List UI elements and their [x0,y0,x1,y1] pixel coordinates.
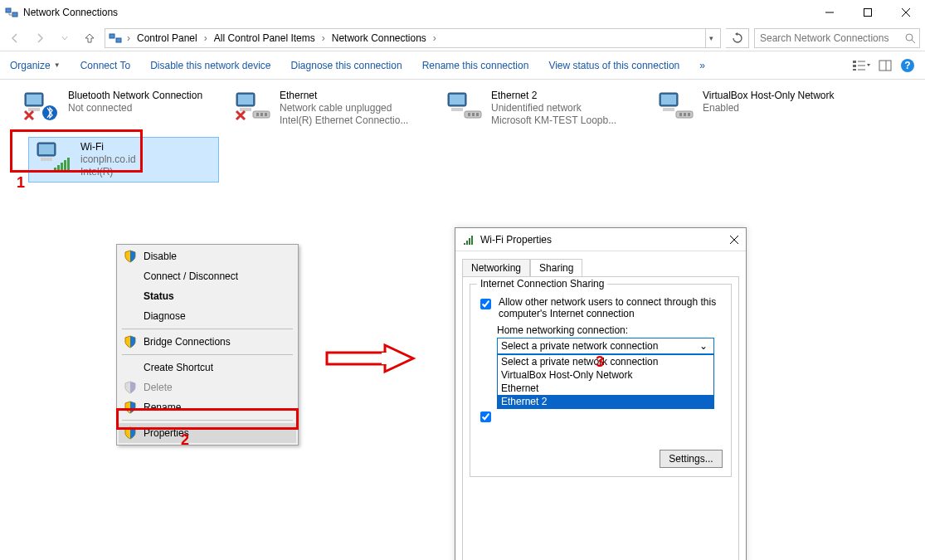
crumb-sep-icon: › [431,32,438,44]
svg-rect-9 [116,38,121,42]
ethernet-adapter-icon [233,90,273,123]
home-networking-label: Home networking connection: [497,324,724,336]
back-button[interactable] [5,28,25,48]
svg-rect-32 [265,113,267,116]
preview-pane-button[interactable] [879,59,892,72]
address-bar[interactable]: › Control Panel › All Control Panel Item… [105,28,721,48]
recent-dropdown[interactable] [55,28,75,48]
svg-rect-38 [472,113,475,116]
connect-to-button[interactable]: Connect To [80,60,131,71]
crumb-sep-icon: › [125,32,132,44]
svg-rect-44 [679,113,682,116]
allow-sharing-checkbox[interactable] [480,299,491,309]
connection-name: Bluetooth Network Connection [68,90,202,102]
connection-virtualbox[interactable]: VirtualBox Host-Only Network Enabled [651,86,863,130]
rename-connection-button[interactable]: Rename this connection [422,60,529,71]
allow-control-checkbox[interactable] [480,411,491,422]
svg-text:?: ? [904,60,910,71]
annotation-arrow [325,342,416,375]
settings-button[interactable]: Settings... [660,450,723,468]
titlebar: Network Connections [0,0,925,25]
organize-menu[interactable]: Organize ▼ [10,60,61,71]
ctx-diagnose[interactable]: Diagnose [119,306,296,326]
connection-ethernet[interactable]: Ethernet Network cable unplugged Intel(R… [228,86,440,130]
svg-rect-37 [468,113,470,116]
ctx-separator [122,329,293,329]
connection-device: Intel(R) [80,166,136,178]
svg-rect-52 [61,163,63,171]
ctx-properties[interactable]: Properties [119,423,296,443]
svg-rect-27 [238,95,253,105]
disable-device-button[interactable]: Disable this network device [150,60,270,71]
ctx-connect[interactable]: Connect / Disconnect [119,266,296,286]
view-status-button[interactable]: View status of this connection [548,60,679,71]
ctx-shortcut[interactable]: Create Shortcut [119,358,296,377]
more-commands-button[interactable]: » [699,60,705,71]
connection-name: Wi-Fi [80,141,136,153]
close-button[interactable] [887,0,925,25]
tab-sharing[interactable]: Sharing [530,259,582,277]
connection-name: Ethernet [280,90,408,102]
svg-rect-18 [879,61,891,71]
connection-bluetooth[interactable]: Bluetooth Network Connection Not connect… [17,86,228,130]
svg-rect-42 [663,108,674,111]
svg-rect-57 [469,238,470,245]
address-dropdown-icon[interactable]: ▾ [709,34,713,42]
search-box[interactable] [754,28,920,48]
ctx-status[interactable]: Status [119,286,296,306]
ics-groupbox-label: Internet Connection Sharing [477,278,607,290]
ctx-separator [122,354,293,355]
shield-icon [124,401,137,414]
shield-icon [124,381,137,394]
connection-status: iconpln.co.id [80,153,136,166]
combo-option[interactable]: Select a private network connection [498,355,713,368]
up-button[interactable] [80,28,100,48]
ctx-bridge[interactable]: Bridge Connections [119,332,296,352]
dialog-title: Wi-Fi Properties [480,234,729,246]
ctx-disable[interactable]: Disable [119,246,296,266]
refresh-button[interactable] [726,28,749,48]
combo-option[interactable]: Ethernet 2 [498,395,713,408]
help-button[interactable]: ? [900,58,915,73]
combo-option[interactable]: VirtualBox Host-Only Network [498,368,713,382]
crumb-mid[interactable]: All Control Panel Items [212,32,317,44]
crumb-leaf[interactable]: Network Connections [330,32,428,44]
connection-device: Intel(R) Ethernet Connectio... [280,114,408,127]
tab-sharing-body: Internet Connection Sharing Allow other … [462,276,739,560]
allow-sharing-label: Allow other network users to connect thr… [499,296,724,319]
ctx-delete: Delete [119,377,296,397]
connection-ethernet2[interactable]: Ethernet 2 Unidentified network Microsof… [440,86,651,130]
combo-option[interactable]: Ethernet [498,382,713,395]
connection-name: Ethernet 2 [491,90,616,102]
dialog-close-button[interactable] [729,235,739,245]
ics-groupbox: Internet Connection Sharing Allow other … [470,284,732,477]
ctx-rename[interactable]: Rename [119,397,296,417]
svg-rect-23 [27,95,41,105]
svg-rect-50 [54,168,56,171]
combo-dropdown-list: Select a private network connection Virt… [497,354,714,409]
forward-button[interactable] [30,28,50,48]
svg-rect-13 [853,65,856,67]
view-options-button[interactable] [852,59,870,72]
svg-rect-5 [864,9,872,17]
svg-rect-54 [67,158,70,171]
tab-networking[interactable]: Networking [462,259,530,277]
chevron-down-icon: ⌄ [697,340,710,352]
svg-rect-48 [39,144,54,154]
connection-wifi[interactable]: Wi-Fi iconpln.co.id Intel(R) [28,137,219,183]
address-icon [109,32,122,45]
search-input[interactable] [758,32,904,45]
svg-rect-35 [451,108,463,111]
svg-rect-61 [327,353,385,364]
dialog-titlebar[interactable]: Wi-Fi Properties [455,228,746,251]
svg-rect-34 [450,95,465,105]
maximize-button[interactable] [849,0,887,25]
svg-rect-49 [41,158,52,161]
svg-rect-56 [466,241,468,245]
crumb-sep-icon: › [202,32,209,44]
home-networking-combo[interactable]: Select a private network connection ⌄ Se… [497,338,714,354]
minimize-button[interactable] [811,0,849,25]
crumb-root[interactable]: Control Panel [135,32,199,44]
svg-rect-46 [688,113,690,116]
diagnose-connection-button[interactable]: Diagnose this connection [291,60,402,71]
